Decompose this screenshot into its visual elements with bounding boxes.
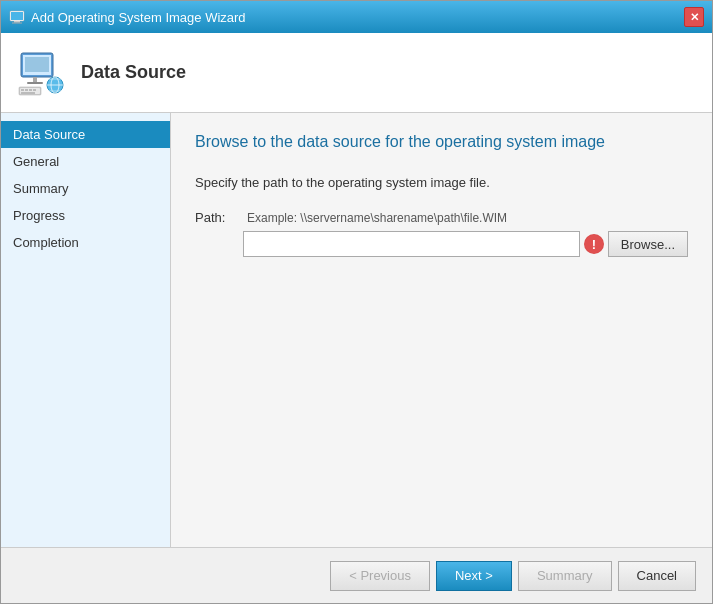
svg-rect-15 xyxy=(21,92,35,94)
wizard-footer: < Previous Next > Summary Cancel xyxy=(1,547,712,603)
svg-rect-1 xyxy=(11,12,23,20)
content-heading: Browse to the data source for the operat… xyxy=(195,133,688,151)
sidebar-item-completion[interactable]: Completion xyxy=(1,229,170,256)
title-bar: Add Operating System Image Wizard ✕ xyxy=(1,1,712,33)
svg-rect-11 xyxy=(21,89,24,91)
svg-rect-6 xyxy=(25,57,49,72)
svg-rect-3 xyxy=(12,23,22,24)
svg-rect-14 xyxy=(33,89,36,91)
title-bar-title: Add Operating System Image Wizard xyxy=(31,10,246,25)
wizard-content: Browse to the data source for the operat… xyxy=(171,113,712,547)
svg-rect-8 xyxy=(27,82,43,84)
svg-rect-13 xyxy=(29,89,32,91)
path-label-row: Path: Example: \\servername\sharename\pa… xyxy=(195,210,688,225)
browse-button[interactable]: Browse... xyxy=(608,231,688,257)
wizard-window: Add Operating System Image Wizard ✕ xyxy=(0,0,713,604)
previous-button[interactable]: < Previous xyxy=(330,561,430,591)
path-error-icon: ! xyxy=(584,234,604,254)
title-bar-icon xyxy=(9,9,25,25)
svg-rect-12 xyxy=(25,89,28,91)
path-example: Example: \\servername\sharename\path\fil… xyxy=(247,211,507,225)
sidebar-item-general[interactable]: General xyxy=(1,148,170,175)
sidebar: Data Source General Summary Progress Com… xyxy=(1,113,171,547)
sidebar-item-progress[interactable]: Progress xyxy=(1,202,170,229)
header-title: Data Source xyxy=(81,62,186,83)
close-button[interactable]: ✕ xyxy=(684,7,704,27)
title-bar-left: Add Operating System Image Wizard xyxy=(9,9,246,25)
sidebar-item-data-source[interactable]: Data Source xyxy=(1,121,170,148)
cancel-button[interactable]: Cancel xyxy=(618,561,696,591)
content-description: Specify the path to the operating system… xyxy=(195,175,688,190)
next-button[interactable]: Next > xyxy=(436,561,512,591)
path-input[interactable] xyxy=(243,231,580,257)
sidebar-item-summary[interactable]: Summary xyxy=(1,175,170,202)
summary-button[interactable]: Summary xyxy=(518,561,612,591)
path-label: Path: xyxy=(195,210,235,225)
wizard-header: Data Source xyxy=(1,33,712,113)
path-input-row: ! Browse... xyxy=(243,231,688,257)
svg-rect-2 xyxy=(14,21,20,23)
header-computer-icon xyxy=(17,49,65,97)
wizard-body: Data Source General Summary Progress Com… xyxy=(1,113,712,547)
